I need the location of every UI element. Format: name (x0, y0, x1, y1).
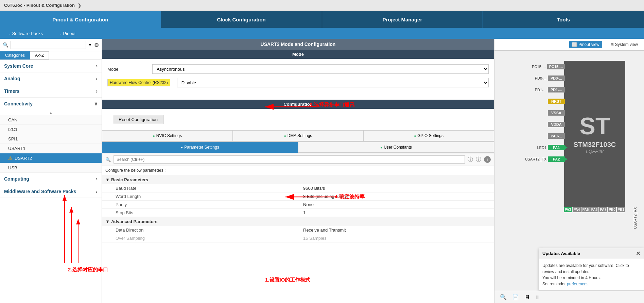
grid-icon: ⊞ (610, 42, 614, 47)
sidebar-item-usart2[interactable]: ⚠ USART2 (0, 153, 102, 163)
updates-panel: Updates Available ✕ Updates are availabl… (539, 248, 644, 291)
param-row-parity: Parity None (102, 201, 494, 209)
toolbar-search-icon[interactable]: 🔍 (500, 294, 507, 300)
param-dot-icon: ● (181, 146, 183, 149)
toolbar-columns-icon[interactable]: ⫼ (535, 294, 541, 300)
basic-params-title[interactable]: ▼ Basic Parameters (102, 175, 494, 184)
tab-project-manager[interactable]: Project Manager (322, 11, 483, 28)
bottom-toolbar: 🔍 📄 🖥 ⫼ (494, 291, 644, 303)
dropdown-arrow-icon[interactable]: ▼ (88, 43, 92, 47)
gpio-dot-icon: ● (414, 134, 416, 138)
sidebar-category-computing[interactable]: Computing › (0, 173, 102, 185)
sub-nav: ⌵ Software Packs ⌵ Pinout (0, 28, 644, 39)
tab-clock-configuration[interactable]: Clock Configuration (161, 11, 322, 28)
preferences-link[interactable]: preferences (567, 282, 588, 286)
param-row-data-direction: Data Direction Receive and Transmit (102, 226, 494, 234)
sidebar-category-analog[interactable]: Analog › (0, 72, 102, 85)
chip-panel: ⬜ Pinout view ⊞ System view ST STM32F103… (494, 39, 644, 303)
sidebar-search-bar: 🔍 ▼ ⚙ (0, 39, 102, 51)
tab-dma-settings[interactable]: ● DMA Settings (233, 130, 364, 141)
subnav-pinout[interactable]: ⌵ Pinout (51, 28, 84, 39)
chevron-right-icon: › (96, 189, 98, 194)
right-pins: PC15-... PC15-... PD0-... PD0-... PD1-..… (525, 61, 565, 165)
updates-close-button[interactable]: ✕ (636, 250, 640, 257)
sidebar-item-i2c1[interactable]: I2C1 (0, 125, 102, 134)
sidebar-item-spi1[interactable]: SPI1 (0, 134, 102, 144)
pin-vdda: VDDA (525, 119, 565, 130)
config-tabs-row2: ● Parameter Settings ● User Constants (102, 142, 494, 153)
param-row-stop-bits: Stop Bits 1 (102, 209, 494, 217)
search-icon: 🔍 (3, 42, 8, 48)
settings-gear-icon[interactable]: ⚙ (94, 42, 99, 48)
pin-box-vssa: VSSA (548, 110, 565, 116)
sidebar-item-usart1[interactable]: USART1 (0, 144, 102, 153)
pin-pb1: PB1 (616, 207, 625, 212)
pin-box-pa1: PA1 (548, 145, 565, 150)
pin-pb0: PB0 (608, 207, 616, 212)
hw-flow-label: Hardware Flow Control (RS232) (107, 79, 170, 86)
pin-box-pd0: PD0-... (548, 75, 565, 81)
title-bar-text: C6T6.ioc - Pinout & Configuration (4, 3, 75, 8)
chip-logo: ST (579, 114, 610, 138)
pin-box-vdda: VDDA (548, 122, 565, 127)
sidebar-category-system-core[interactable]: System Core › (0, 60, 102, 72)
sidebar-item-usb[interactable]: USB (0, 163, 102, 173)
param-info-icon[interactable]: ⓘ (468, 156, 473, 163)
param-search-bar: 🔍 ⓘ ⓘ i (102, 153, 494, 166)
tab-gpio-settings[interactable]: ● GPIO Settings (363, 130, 494, 141)
chip-icon: ⬜ (572, 42, 577, 47)
sidebar-category-middleware[interactable]: Middleware and Software Packs › (0, 185, 102, 198)
updates-header: Updates Available ✕ (539, 248, 644, 259)
sidebar-category-timers[interactable]: Timers › (0, 85, 102, 98)
pin-box-pa0: PA0-... (548, 133, 565, 139)
param-dot-btn[interactable]: i (484, 156, 491, 163)
mode-section: Mode Asynchronous Hardware Flow Control … (102, 59, 494, 97)
tab-tools[interactable]: Tools (483, 11, 644, 28)
search-input[interactable] (11, 41, 86, 49)
tab-categories[interactable]: Categories (0, 51, 30, 60)
pin-pa1: LED1 PA1 (525, 142, 565, 153)
pin-vssa: VSSA (525, 107, 565, 119)
pin-pd1: PD1-... PD1-... (525, 84, 565, 96)
pin-pa2: USART2_TX PA2 (525, 153, 565, 165)
hw-flow-select[interactable]: Disable (177, 78, 489, 87)
pin-box-pa2: PA2 (548, 156, 565, 162)
tab-nvic-settings[interactable]: ● NVIC Settings (102, 130, 233, 141)
param-search-input[interactable] (114, 155, 465, 164)
sidebar-item-can[interactable]: CAN (0, 115, 102, 125)
pin-box-pd1: PD1-... (548, 87, 565, 92)
sidebar-tabs: Categories A->Z (0, 51, 102, 60)
scroll-up-indicator: ▲ (0, 110, 102, 115)
reset-config-button[interactable]: Reset Configuration (113, 115, 163, 124)
tab-a-z[interactable]: A->Z (30, 51, 49, 60)
tab-system-view[interactable]: ⊞ System view (608, 41, 641, 48)
tab-parameter-settings[interactable]: ● Parameter Settings (102, 142, 298, 153)
chip-body: ST STM32F103C LQFP48 (564, 61, 625, 207)
sidebar-category-connectivity[interactable]: Connectivity ∨ (0, 98, 102, 110)
configure-label: Configure the below parameters : (102, 166, 494, 175)
tab-pinout-view[interactable]: ⬜ Pinout view (569, 41, 602, 48)
pin-pd0: PD0-... PD0-... (525, 72, 565, 84)
usart2-rx-label: USART2_RX (633, 207, 637, 229)
pin-nrst: NRST (525, 96, 565, 107)
tab-pinout-configuration[interactable]: Pinout & Configuration (0, 11, 161, 28)
title-bar-arrow: ❯ (77, 3, 82, 8)
dma-dot-icon: ● (284, 134, 286, 138)
mode-select[interactable]: Asynchronous (152, 64, 489, 74)
toolbar-monitor-icon[interactable]: 🖥 (524, 294, 530, 300)
config-section: Configuration Reset Configuration ● NVIC… (102, 100, 494, 242)
advanced-params-title[interactable]: ▼ Advanced Parameters (102, 217, 494, 226)
tab-user-constants[interactable]: ● User Constants (298, 142, 494, 153)
pin-pa0: PA0-... (525, 130, 565, 142)
updates-title: Updates Available (542, 251, 580, 256)
pin-pa5: PA5 (581, 207, 590, 212)
param-info2-icon[interactable]: ⓘ (476, 156, 481, 163)
chip-view-tabs: ⬜ Pinout view ⊞ System view (494, 39, 644, 51)
user-dot-icon: ● (380, 146, 382, 149)
pin-pa4: PA4 (572, 207, 581, 212)
subnav-software-packs[interactable]: ⌵ Software Packs (0, 28, 51, 39)
content-area: 🔍 ▼ ⚙ Categories A->Z System Core › Anal… (0, 39, 644, 303)
param-row-baud-rate: Baud Rate 9600 Bits/s (102, 184, 494, 192)
nvic-dot-icon: ● (153, 134, 155, 138)
toolbar-file-icon[interactable]: 📄 (512, 294, 519, 300)
